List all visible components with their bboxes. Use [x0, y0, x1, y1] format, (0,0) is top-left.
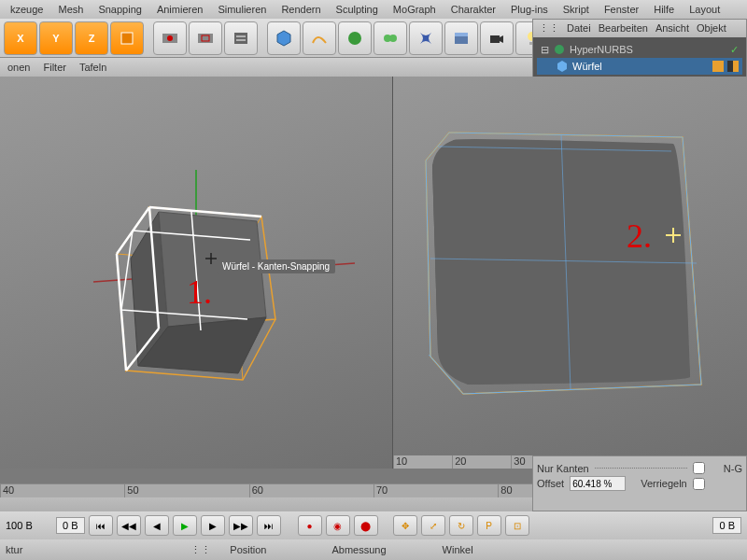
annotation-1: 1.: [187, 273, 212, 312]
menu-item[interactable]: Skript: [557, 2, 595, 17]
snapping-tooltip: Würfel - Kanten-Snapping: [217, 259, 335, 273]
grip-icon[interactable]: ⋮⋮: [539, 22, 559, 35]
annotation-2: 2.: [627, 217, 652, 256]
svg-rect-15: [727, 61, 733, 72]
play-button[interactable]: ▶: [173, 515, 197, 536]
render-settings-icon[interactable]: [224, 21, 258, 55]
timeline-controls: 100 B 0 B ⏮ ◀◀ ◀ ▶ ▶ ▶▶ ⏭ ● ◉ ⬤ ✥ ⤢ ↻ P …: [0, 511, 747, 539]
svg-point-8: [389, 35, 397, 42]
tree-label: HyperNURBS: [570, 44, 633, 55]
menu-item[interactable]: Charakter: [445, 2, 501, 17]
panel-menu-item[interactable]: Bearbeiten: [599, 22, 648, 35]
menu-item[interactable]: MoGraph: [388, 2, 442, 17]
svg-point-13: [555, 45, 564, 54]
axis-x-button[interactable]: X: [4, 21, 37, 55]
col-label: Position: [230, 544, 266, 555]
col-label: Winkel: [443, 544, 473, 555]
param-icon[interactable]: P: [477, 515, 501, 536]
offset-input[interactable]: [570, 476, 626, 491]
tree-row-hypernurbs[interactable]: ⊟ HyperNURBS ✓: [537, 41, 742, 58]
attribute-panel: Nur Kanten N-G Offset Verriegeln: [532, 455, 747, 511]
menu-item[interactable]: Layout: [684, 2, 726, 17]
svg-rect-0: [121, 33, 133, 44]
key-button[interactable]: ⬤: [354, 515, 378, 536]
svg-rect-9: [455, 36, 468, 44]
prop-label: Verriegeln: [641, 478, 687, 489]
prev-frame-button[interactable]: ◀: [145, 515, 169, 536]
menu-item[interactable]: Hilfe: [648, 2, 680, 17]
menu-item[interactable]: Snapping: [92, 2, 148, 17]
menu-item[interactable]: Plug-ins: [505, 2, 554, 17]
svg-point-2: [167, 35, 173, 41]
tag-icon[interactable]: [712, 61, 724, 72]
prop-label-ng: N-G: [724, 463, 742, 474]
goto-end-button[interactable]: ⏭: [257, 515, 281, 536]
tree-row-wurfel[interactable]: Würfel: [537, 58, 742, 75]
visibility-icon[interactable]: ✓: [730, 44, 739, 56]
menu-item[interactable]: Mesh: [52, 2, 89, 17]
cube-icon[interactable]: [110, 21, 144, 55]
primitive-cube-icon[interactable]: [267, 21, 301, 55]
record-button[interactable]: ●: [298, 515, 322, 536]
axis-y-button[interactable]: Y: [39, 21, 73, 55]
menu-item[interactable]: Sculpting: [331, 2, 384, 17]
autokey-button[interactable]: ◉: [326, 515, 350, 536]
expand-icon[interactable]: ⊟: [541, 44, 549, 56]
cube-primitive-icon: [556, 60, 569, 73]
environment-icon[interactable]: [444, 21, 478, 55]
menu-item[interactable]: Fenster: [599, 2, 644, 17]
svg-rect-14: [712, 61, 724, 72]
svg-rect-10: [455, 33, 468, 36]
deformer-icon[interactable]: [409, 21, 443, 55]
subbar-item[interactable]: Filter: [43, 62, 65, 73]
panel-menu: ⋮⋮ Datei Bearbeiten Ansicht Objekt: [533, 20, 746, 37]
menu-item[interactable]: Animieren: [151, 2, 209, 17]
svg-rect-11: [490, 35, 500, 43]
camera-icon[interactable]: [480, 21, 514, 55]
coordinate-bar: ktur ⋮⋮ Position Abmessung Winkel: [0, 539, 747, 560]
svg-rect-5: [234, 33, 247, 44]
spline-icon[interactable]: [303, 21, 336, 55]
prop-label: Offset: [537, 478, 564, 489]
panel-menu-item[interactable]: Datei: [567, 22, 591, 35]
rotate-icon[interactable]: ↻: [449, 515, 473, 536]
frame-field[interactable]: 0 B: [56, 517, 85, 534]
svg-rect-16: [733, 61, 739, 72]
object-tree: ⊟ HyperNURBS ✓ Würfel: [533, 37, 746, 78]
main-menu: kzeuge Mesh Snapping Animieren Simuliere…: [0, 0, 747, 19]
scale-icon[interactable]: ⤢: [421, 515, 445, 536]
prev-key-button[interactable]: ◀◀: [117, 515, 141, 536]
tree-label: Würfel: [572, 61, 602, 72]
viewport-2[interactable]: 2. 102030405060: [392, 77, 747, 469]
panel-menu-item[interactable]: Objekt: [697, 22, 726, 35]
render-region-icon[interactable]: [189, 21, 222, 55]
viewport-1[interactable]: Würfel - Kanten-Snapping 1.: [0, 77, 392, 469]
prop-label: Nur Kanten: [537, 463, 589, 474]
next-frame-button[interactable]: ▶: [201, 515, 225, 536]
axis-z-button[interactable]: Z: [75, 21, 108, 55]
frame-label: 100 B: [6, 520, 52, 531]
next-key-button[interactable]: ▶▶: [229, 515, 253, 536]
goto-start-button[interactable]: ⏮: [89, 515, 113, 536]
subbar-item[interactable]: Tafeln: [79, 62, 106, 73]
nurbs-icon[interactable]: [338, 21, 372, 55]
ktur-label: ktur: [6, 544, 22, 555]
menu-item[interactable]: Rendern: [275, 2, 326, 17]
verriegeln-checkbox[interactable]: [693, 478, 705, 490]
move-icon[interactable]: ✥: [393, 515, 417, 536]
frame-field-2[interactable]: 0 B: [712, 517, 741, 534]
nur-kanten-checkbox[interactable]: [693, 462, 705, 474]
pla-icon[interactable]: ⊡: [505, 515, 529, 536]
svg-point-6: [348, 32, 361, 45]
menu-item[interactable]: kzeuge: [5, 2, 49, 17]
menu-item[interactable]: Simulieren: [212, 2, 272, 17]
panel-menu-item[interactable]: Ansicht: [655, 22, 689, 35]
object-manager: ⋮⋮ Datei Bearbeiten Ansicht Objekt ⊟ Hyp…: [532, 19, 747, 79]
col-label: Abmessung: [331, 544, 386, 555]
hypernurbs-icon: [553, 43, 566, 56]
render-icon[interactable]: [153, 21, 187, 55]
subbar-item[interactable]: onen: [7, 62, 30, 73]
tag-icon[interactable]: [727, 61, 739, 72]
generator-icon[interactable]: [374, 21, 407, 55]
